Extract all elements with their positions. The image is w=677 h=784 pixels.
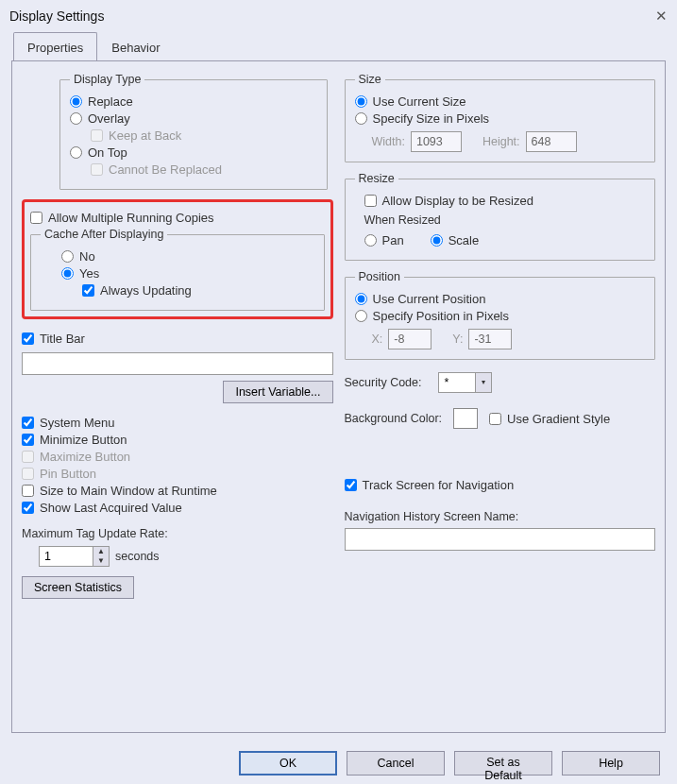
check-show-last-acquired[interactable]: Show Last Acquired Value [22,501,333,515]
set-as-default-button[interactable]: Set as Default [454,751,552,775]
display-type-legend: Display Type [70,73,144,86]
right-column: Size Use Current Size Specify Size in Pi… [345,73,656,721]
window-options: System Menu Minimize Button Maximize But… [22,413,333,518]
position-group: Position Use Current Position Specify Po… [345,270,656,360]
radio-cache-yes[interactable]: Yes [41,266,314,281]
x-label: X: [372,332,383,346]
width-input[interactable] [411,131,462,152]
resize-legend: Resize [355,172,398,185]
check-keep-at-back: Keep at Back [70,128,317,143]
highlighted-section: Allow Multiple Running Copies Cache Afte… [22,199,333,319]
tab-behavior[interactable]: Behavior [97,32,174,60]
radio-on-top[interactable]: On Top [70,145,317,160]
insert-variable-button[interactable]: Insert Variable... [223,381,332,403]
height-label: Height: [482,135,520,148]
check-cannot-replace: Cannot Be Replaced [70,162,317,177]
radio-pan[interactable]: Pan [364,233,404,247]
width-label: Width: [372,135,405,148]
radio-scale[interactable]: Scale [431,233,480,247]
bg-color-swatch[interactable] [453,408,478,429]
radio-cache-no[interactable]: No [41,249,314,264]
cancel-button[interactable]: Cancel [347,751,445,775]
nav-history-input[interactable] [345,528,656,551]
check-allow-multiple[interactable]: Allow Multiple Running Copies [30,211,325,225]
resize-group: Resize Allow Display to be Resized When … [345,172,656,261]
tag-rate-unit: seconds [115,550,160,563]
help-button[interactable]: Help [562,751,660,775]
check-pin-button: Pin Button [22,467,333,481]
check-size-to-main[interactable]: Size to Main Window at Runtime [22,484,333,498]
size-legend: Size [355,73,385,86]
cache-legend: Cache After Displaying [41,228,167,241]
title-bar-section: Title Bar Insert Variable... [22,329,333,403]
nav-history-section: Navigation History Screen Name: [345,510,656,551]
radio-use-current-size[interactable]: Use Current Size [355,94,646,109]
dialog-buttons: OK Cancel Set as Default Help [0,742,677,784]
check-maximize-button: Maximize Button [22,450,333,464]
check-title-bar[interactable]: Title Bar [22,332,333,346]
height-input[interactable] [526,131,577,152]
radio-overlay[interactable]: Overlay [70,111,317,126]
check-always-updating[interactable]: Always Updating [41,283,314,298]
check-allow-resize[interactable]: Allow Display to be Resized [355,194,646,208]
radio-replace[interactable]: Replace [70,94,317,109]
position-legend: Position [355,270,404,283]
display-settings-dialog: Display Settings ✕ Properties Behavior D… [0,0,677,784]
spin-up-icon[interactable]: ▲ [93,547,109,556]
security-label: Security Code: [345,376,422,389]
y-label: Y: [452,332,463,346]
tag-rate-input[interactable] [39,546,93,567]
radio-specify-size[interactable]: Specify Size in Pixels [355,111,646,126]
dialog-title: Display Settings [9,9,104,24]
when-resized-label: When Resized [355,213,646,227]
properties-sheet: Display Type Replace Overlay Keep at Bac… [11,60,666,733]
check-minimize-button[interactable]: Minimize Button [22,433,333,447]
tab-properties[interactable]: Properties [13,32,97,60]
ok-button[interactable]: OK [239,751,337,775]
y-input[interactable] [468,329,512,349]
tag-rate-section: Maximum Tag Update Rate: ▲▼ seconds Scre… [22,527,333,599]
radio-specify-position[interactable]: Specify Position in Pixels [355,309,646,323]
security-code-select[interactable]: ▾ [438,372,492,393]
check-track-screen[interactable]: Track Screen for Navigation [345,478,656,492]
radio-use-current-position[interactable]: Use Current Position [355,292,646,306]
size-group: Size Use Current Size Specify Size in Pi… [345,73,656,162]
tag-rate-spinner[interactable]: ▲▼ [39,546,110,567]
check-system-menu[interactable]: System Menu [22,416,333,430]
security-row: Security Code: ▾ [345,372,656,393]
cache-group: Cache After Displaying No Yes Always Upd… [30,228,325,311]
tag-rate-label: Maximum Tag Update Rate: [22,527,333,540]
spin-down-icon[interactable]: ▼ [93,556,109,566]
security-code-input[interactable] [438,372,476,393]
x-input[interactable] [388,329,432,349]
close-icon[interactable]: ✕ [655,8,668,25]
title-bar-input[interactable] [22,352,333,375]
display-type-group: Display Type Replace Overlay Keep at Bac… [59,73,328,190]
screen-statistics-button[interactable]: Screen Statistics [22,576,134,599]
left-column: Display Type Replace Overlay Keep at Bac… [22,73,333,721]
bg-color-row: Background Color: Use Gradient Style [345,408,656,429]
titlebar: Display Settings ✕ [0,0,677,32]
tab-strip: Properties Behavior [0,32,677,60]
check-use-gradient[interactable]: Use Gradient Style [489,412,610,426]
dropdown-icon[interactable]: ▾ [476,373,491,392]
nav-history-label: Navigation History Screen Name: [345,510,656,523]
bg-color-label: Background Color: [345,412,443,425]
